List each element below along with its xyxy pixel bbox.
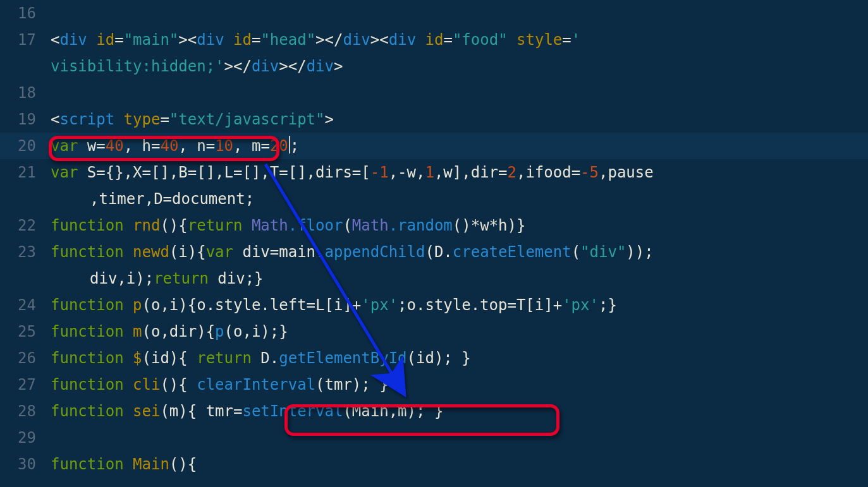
code-content[interactable]: function p(o,i){o.style.left=L[i]+'px';o… xyxy=(46,292,868,318)
code-line[interactable]: 30 function Main(){ xyxy=(0,451,868,478)
line-number: 23 xyxy=(0,239,46,265)
line-number: 26 xyxy=(0,345,46,371)
code-line[interactable]: 19 <script type="text/javascript"> xyxy=(0,106,868,133)
line-number: 16 xyxy=(0,0,46,27)
code-content[interactable]: div,i);return div;} xyxy=(46,265,868,292)
line-number: 21 xyxy=(0,159,46,186)
code-content[interactable]: var w=40, h=40, n=10, m=20; xyxy=(46,133,868,159)
line-number: 28 xyxy=(0,398,46,424)
code-content[interactable]: function $(id){ return D.getElementById(… xyxy=(46,345,868,371)
line-number: 24 xyxy=(0,292,46,318)
code-line-wrap[interactable]: ,timer,D=document; xyxy=(0,186,868,212)
code-line-current[interactable]: 20 var w=40, h=40, n=10, m=20; xyxy=(0,133,868,159)
code-line-wrap[interactable]: visibility:hidden;'></div></div> xyxy=(0,53,868,80)
code-line[interactable]: 27 function cli(){ clearInterval(tmr); } xyxy=(0,371,868,398)
code-line[interactable]: 23 function newd(i){var div=main.appendC… xyxy=(0,239,868,265)
code-line[interactable]: 21 var S={},X=[],B=[],L=[],T=[],dirs=[-1… xyxy=(0,159,868,186)
code-line[interactable]: 22 function rnd(){return Math.floor(Math… xyxy=(0,212,868,239)
code-content[interactable]: function m(o,dir){p(o,i);} xyxy=(46,318,868,345)
code-content[interactable]: <script type="text/javascript"> xyxy=(46,106,868,133)
line-number: 29 xyxy=(0,424,46,451)
code-line[interactable]: 25 function m(o,dir){p(o,i);} xyxy=(0,318,868,345)
code-content[interactable]: visibility:hidden;'></div></div> xyxy=(46,53,868,80)
code-line[interactable]: 28 function sei(m){ tmr=setInterval(Main… xyxy=(0,398,868,424)
line-number: 20 xyxy=(0,133,46,159)
code-line-wrap[interactable]: div,i);return div;} xyxy=(0,265,868,292)
code-content[interactable]: function newd(i){var div=main.appendChil… xyxy=(46,239,868,265)
code-content[interactable]: function cli(){ clearInterval(tmr); } xyxy=(46,371,868,398)
line-number: 22 xyxy=(0,212,46,239)
code-line[interactable]: 16 xyxy=(0,0,868,27)
code-content[interactable]: function sei(m){ tmr=setInterval(Main,m)… xyxy=(46,398,868,424)
line-number: 27 xyxy=(0,371,46,398)
code-content[interactable]: <div id="main"><div id="head"></div><div… xyxy=(46,27,868,53)
code-line[interactable]: 26 function $(id){ return D.getElementBy… xyxy=(0,345,868,371)
line-number: 25 xyxy=(0,318,46,345)
code-content[interactable]: var S={},X=[],B=[],L=[],T=[],dirs=[-1,-w… xyxy=(46,159,868,186)
code-line[interactable]: 24 function p(o,i){o.style.left=L[i]+'px… xyxy=(0,292,868,318)
line-number: 18 xyxy=(0,80,46,106)
code-editor[interactable]: 16 17 <div id="main"><div id="head"></di… xyxy=(0,0,868,487)
line-number: 19 xyxy=(0,106,46,133)
code-line[interactable]: 29 xyxy=(0,424,868,451)
code-content[interactable]: function Main(){ xyxy=(46,451,868,478)
line-number: 30 xyxy=(0,451,46,478)
code-line[interactable]: 18 xyxy=(0,80,868,106)
code-content[interactable]: ,timer,D=document; xyxy=(46,186,868,212)
code-line[interactable]: 17 <div id="main"><div id="head"></div><… xyxy=(0,27,868,53)
code-content[interactable]: function rnd(){return Math.floor(Math.ra… xyxy=(46,212,868,239)
line-number: 17 xyxy=(0,27,46,53)
